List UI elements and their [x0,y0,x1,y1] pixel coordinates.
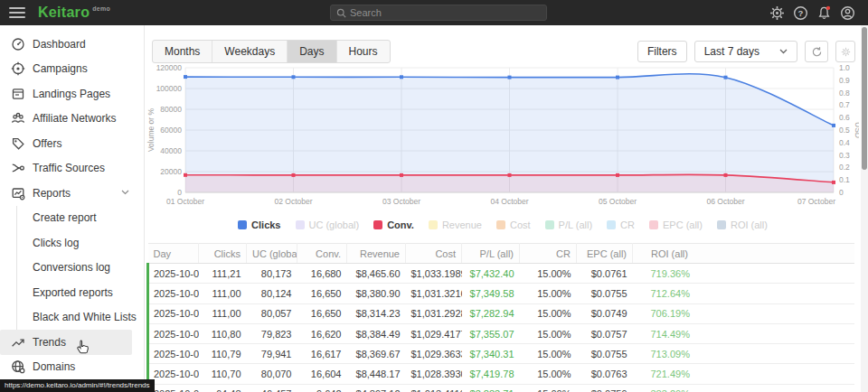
table-cell: 2025-10-03 [148,303,199,323]
column-header[interactable]: Conv. [297,244,347,264]
tab-days[interactable]: Days [288,41,336,62]
table-cell: $7,355.07 [462,323,520,343]
legend-item-revenue[interactable]: Revenue [429,219,482,230]
target-icon [11,61,25,76]
help-icon[interactable]: ? [793,5,808,21]
refresh-button[interactable] [805,41,828,62]
column-header[interactable]: EPC (all) [577,244,633,264]
trends-line-chart[interactable]: 02000040000600008000010000012000001 Octo… [145,63,859,215]
sidebar-item-label: Traffic Sources [33,162,105,174]
sidebar: DashboardCampaignsLandings PagesAffiliat… [0,25,145,392]
svg-text:40000: 40000 [160,146,182,155]
trends-table: DayClicksUC (global)Conv.RevenueCostP/L … [146,243,854,392]
svg-text:0.2: 0.2 [839,163,850,172]
sidebar-item-offers[interactable]: Offers [0,131,144,156]
sidebar-item-trends[interactable]: Trends [0,330,132,355]
column-header[interactable]: Cost [406,244,462,264]
sidebar-item-label: Conversions log [33,261,110,274]
table-row[interactable]: 2025-10-03111,0080,05716,650$8,314.23$1,… [148,303,854,323]
table-cell: $0.0755 [577,284,633,303]
legend-item-conv-[interactable]: Conv. [373,219,414,230]
column-header[interactable]: Revenue [347,244,406,264]
scrollbar-thumb[interactable] [862,27,867,170]
table-cell: $1,033.1989 [406,264,462,284]
sidebar-item-label: Exported reports [33,286,113,299]
sidebar-item-domains[interactable]: Domains [0,355,144,380]
legend-item-epc-all-[interactable]: EPC (all) [649,219,703,230]
table-cell: $0.0749 [577,303,633,323]
people-icon [11,111,25,126]
notification-dot [826,5,830,9]
chart-settings-button[interactable] [835,41,855,62]
status-url-tooltip: https://demo.keitaro.io/admin/#!/trends/… [0,379,155,392]
notifications-bell-icon[interactable] [816,5,832,21]
svg-text:0.3: 0.3 [839,151,850,160]
table-cell: $7,349.58 [462,284,520,303]
vertical-scrollbar[interactable] [861,25,868,392]
date-range-select[interactable]: Last 7 days [694,41,797,62]
data-point [616,76,619,79]
table-row[interactable]: 2025-10-02111,0080,12416,650$8,380.90$1,… [148,284,854,303]
table-cell: 110,80 [199,323,247,343]
sidebar-item-label: Affiliate Networks [33,112,116,125]
sidebar-item-clicks-log[interactable]: Clicks log [16,230,144,256]
sidebar-item-black-and-white-lists[interactable]: Black and White Lists [16,305,144,331]
hamburger-menu-icon[interactable] [9,7,25,18]
legend-swatch [717,220,726,229]
app-logo[interactable]: Keitarodemo [38,5,110,21]
legend-item-cost[interactable]: Cost [496,219,531,230]
sidebar-item-label: Reports [33,187,71,200]
interval-tabs: MonthsWeekdaysDaysHours [152,40,391,63]
column-header[interactable]: Clicks [199,244,247,264]
legend-item-p-l-all-[interactable]: P/L (all) [545,219,593,230]
table-cell: 79,823 [247,323,297,343]
tab-weekdays[interactable]: Weekdays [212,41,288,62]
column-header[interactable]: P/L (all) [462,244,520,264]
table-cell: $3,883.71 [462,384,520,392]
table-cell: 46,457 [247,384,297,392]
svg-text:0.6: 0.6 [839,113,850,122]
tab-hours[interactable]: Hours [337,41,390,62]
table-row[interactable]: 2025-10-01111,2180,17316,680$8,465.60$1,… [148,264,854,284]
table-row[interactable]: 2025-10-0764,4846,4579,642$4,897.12$1,01… [148,384,854,392]
legend-item-uc-global-[interactable]: UC (global) [296,219,360,230]
filters-button[interactable]: Filters [637,41,687,62]
legend-item-clicks[interactable]: Clicks [238,219,280,230]
sidebar-item-traffic-sources[interactable]: Traffic Sources [0,156,144,182]
table-cell: 80,173 [247,264,297,284]
svg-text:01 October: 01 October [166,197,204,206]
column-header[interactable]: UC (global) [247,244,297,264]
table-cell: 2025-10-05 [148,344,199,364]
sidebar-item-exported-reports[interactable]: Exported reports [16,280,144,305]
gauge-icon [11,37,25,51]
table-cell: 16,617 [297,344,347,364]
column-header[interactable]: Day [148,244,199,264]
settings-gear-icon[interactable] [769,5,785,21]
table-cell: 80,124 [247,284,297,303]
table-cell: 15.00% [520,384,577,392]
table-row[interactable]: 2025-10-04110,8079,82316,620$8,384.49$1,… [148,323,854,343]
column-header[interactable]: ROI (all) [633,244,854,264]
column-header[interactable]: CR [520,244,577,264]
legend-item-roi-all-[interactable]: ROI (all) [717,219,768,230]
sidebar-item-conversions-log[interactable]: Conversions log [16,256,144,281]
sidebar-item-landings-pages[interactable]: Landings Pages [0,81,144,107]
svg-text:0.8: 0.8 [839,89,850,98]
global-search[interactable] [330,5,547,21]
sidebar-item-campaigns[interactable]: Campaigns [0,57,144,82]
legend-item-cr[interactable]: CR [607,219,635,230]
table-row[interactable]: 2025-10-06110,7080,07016,604$8,448.17$1,… [148,364,854,384]
user-avatar-icon[interactable] [840,5,855,21]
tab-months[interactable]: Months [153,41,212,62]
sidebar-item-dashboard[interactable]: Dashboard [0,32,144,57]
table-cell: $0.0755 [577,344,633,364]
table-cell: 15.00% [520,364,577,384]
sidebar-item-create-report[interactable]: Create report [16,206,144,231]
table-row[interactable]: 2025-10-05110,7979,94116,617$8,369.67$1,… [148,344,854,364]
data-point [616,173,619,177]
sidebar-item-affiliate-networks[interactable]: Affiliate Networks [0,107,144,132]
search-input[interactable] [350,7,531,18]
table-cell: $8,448.17 [347,364,406,384]
sidebar-item-reports[interactable]: Reports [0,181,144,206]
table-cell: 15.00% [520,264,577,284]
